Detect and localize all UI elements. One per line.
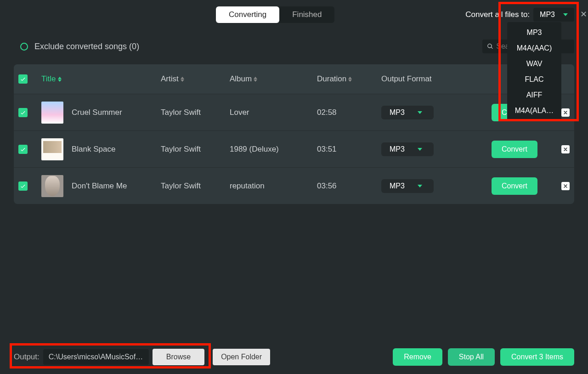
browse-button[interactable]: Browse [153, 349, 204, 365]
sort-icon [254, 77, 257, 82]
col-album[interactable]: Album [230, 74, 317, 84]
actions-group: Remove Stop All Convert 3 Items [393, 348, 574, 366]
output-path[interactable]: C:\Users\micso\AMusicSoft\… [43, 349, 149, 365]
title-text: Cruel Summer [72, 108, 122, 117]
artist-text: Taylor Swift [161, 181, 230, 191]
format-option[interactable]: WAV [507, 56, 561, 72]
remove-row-button[interactable] [561, 108, 570, 117]
search-icon [487, 43, 493, 50]
tab-finished[interactable]: Finished [279, 6, 334, 23]
title-text: Don't Blame Me [72, 181, 127, 191]
sort-icon [348, 77, 352, 82]
title-text: Blank Space [72, 145, 115, 154]
album-text: reputation [230, 181, 317, 191]
table-row: Blank Space Taylor Swift 1989 (Deluxe) 0… [14, 130, 574, 167]
footer: Output: C:\Users\micso\AMusicSoft\… Brow… [14, 339, 574, 366]
format-option[interactable]: AIFF [507, 87, 561, 103]
format-select[interactable]: MP3 [533, 8, 574, 22]
row-format-select[interactable]: MP3 [381, 142, 434, 156]
subheader: Exclude converted songs (0) [14, 40, 574, 64]
tab-converting[interactable]: Converting [216, 6, 279, 23]
exclude-toggle[interactable]: Exclude converted songs (0) [20, 42, 139, 51]
title-cell: Don't Blame Me [41, 175, 161, 197]
format-option[interactable]: MP3 [507, 25, 561, 40]
row-format-select[interactable]: MP3 [381, 106, 434, 119]
artist-text: Taylor Swift [161, 108, 230, 117]
remove-button[interactable]: Remove [393, 348, 442, 366]
select-all-checkbox[interactable] [18, 74, 28, 84]
output-label: Output: [14, 352, 40, 362]
stop-all-button[interactable]: Stop All [448, 348, 495, 366]
songs-table: Title Artist Album Duration Output Forma… [14, 64, 574, 204]
convert-all-button[interactable]: Convert 3 Items [500, 348, 574, 366]
col-artist[interactable]: Artist [161, 74, 230, 84]
album-text: 1989 (Deluxe) [230, 145, 317, 154]
table-row: Don't Blame Me Taylor Swift reputation 0… [14, 167, 574, 204]
tab-group: Converting Finished [216, 6, 334, 23]
sort-icon [58, 77, 62, 82]
table-head: Title Artist Album Duration Output Forma… [14, 64, 574, 94]
output-group: Output: C:\Users\micso\AMusicSoft\… Brow… [14, 349, 270, 365]
duration-text: 03:56 [317, 181, 381, 191]
col-output-format: Output Format [381, 74, 487, 84]
col-title[interactable]: Title [41, 74, 161, 84]
remove-row-button[interactable] [561, 182, 570, 190]
remove-row-button[interactable] [561, 145, 570, 153]
header: Converting Finished Convert all files to… [14, 0, 574, 40]
album-art [41, 102, 63, 124]
format-option[interactable]: M4A(ALA… [507, 103, 561, 119]
format-option[interactable]: FLAC [507, 72, 561, 87]
row-checkbox[interactable] [18, 108, 28, 117]
chevron-down-icon [563, 13, 568, 16]
convert-button[interactable]: Convert [492, 141, 537, 158]
title-cell: Blank Space [41, 138, 161, 160]
convert-button[interactable]: Convert [492, 177, 537, 195]
duration-text: 03:51 [317, 145, 381, 154]
chevron-down-icon [418, 148, 422, 151]
chevron-down-icon [418, 111, 422, 114]
convert-all-container: Convert all files to: MP3 [465, 8, 574, 22]
album-art [41, 138, 63, 160]
row-format-select[interactable]: MP3 [381, 179, 434, 193]
duration-text: 02:58 [317, 108, 381, 117]
convert-all-label: Convert all files to: [465, 10, 530, 19]
row-checkbox[interactable] [18, 181, 28, 191]
col-duration[interactable]: Duration [317, 74, 381, 84]
chevron-down-icon [418, 185, 422, 187]
title-cell: Cruel Summer [41, 102, 161, 124]
open-folder-button[interactable]: Open Folder [213, 349, 270, 365]
format-dropdown: MP3 M4A(AAC) WAV FLAC AIFF M4A(ALA… [507, 22, 561, 121]
circle-icon [20, 43, 28, 51]
album-text: Lover [230, 108, 317, 117]
row-checkbox[interactable] [18, 145, 28, 154]
format-option[interactable]: M4A(AAC) [507, 40, 561, 56]
artist-text: Taylor Swift [161, 145, 230, 154]
exclude-label: Exclude converted songs (0) [34, 42, 139, 51]
format-selected-value: MP3 [540, 11, 555, 19]
album-art [41, 175, 63, 197]
close-icon[interactable]: ✕ [580, 9, 587, 19]
table-row: Cruel Summer Taylor Swift Lover 02:58 MP… [14, 94, 574, 130]
sort-icon [181, 77, 184, 82]
